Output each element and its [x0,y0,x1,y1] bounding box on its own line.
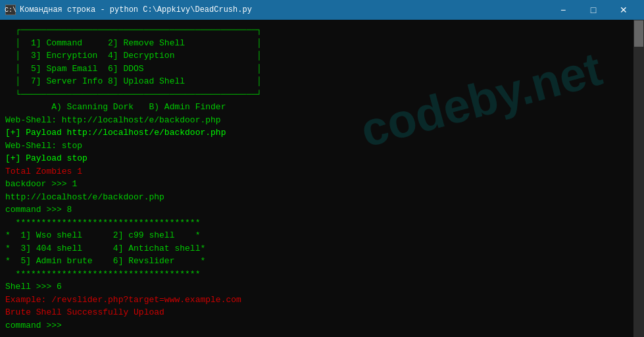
close-button[interactable]: ✕ [608,0,639,20]
terminal-line: Total Zombies 1 [5,165,639,178]
terminal-line: │ 5] Spam Email 6] DDOS │ [5,63,639,76]
terminal-content: ┌───────────────────────────────────────… [5,24,639,332]
minimize-button[interactable]: − [548,0,578,20]
terminal-line: └───────────────────────────────────────… [5,88,639,101]
terminal-line: http://localhost/e/backdoor.php [5,191,639,204]
terminal-line: │ 7] Server Info 8] Upload Shell │ [5,75,639,88]
terminal-line: ************************************ [5,268,639,281]
maximize-button[interactable]: □ [578,0,608,20]
app-icon: C:\ [5,5,16,15]
terminal: codeby.net ┌────────────────────────────… [0,20,644,337]
terminal-line: [+] Payload stop [5,152,639,165]
terminal-line: Example: /revslider.php?target=www.examp… [5,294,639,307]
terminal-line: A) Scanning Dork B) Admin Finder [5,101,639,114]
title-bar: C:\ Командная строка - python C:\Appkivy… [0,0,644,20]
terminal-line: [+] Payload http://localhost/e/backdoor.… [5,126,639,140]
terminal-line: │ 3] Encryption 4] Decryption │ [5,49,639,63]
terminal-line: * 3] 404 shell 4] Antichat shell* [5,242,639,255]
terminal-line: backdoor >>> 1 [5,178,639,191]
terminal-line: command >>> 8 [5,203,639,217]
terminal-line: Web-Shell: stop [5,140,639,153]
terminal-line: Web-Shell: http://localhost/e/backdoor.p… [5,114,639,127]
terminal-line: ┌───────────────────────────────────────… [5,24,639,37]
terminal-line: Shell >>> 6 [5,280,639,294]
title-bar-buttons: − □ ✕ [548,0,639,20]
terminal-line: command >>> [5,319,639,332]
terminal-line: ************************************ [5,217,639,230]
scrollbar-thumb[interactable] [634,20,643,47]
terminal-line: │ 1] Command 2] Remove Shell │ [5,37,639,50]
terminal-line: * 1] Wso shell 2] c99 shell * [5,229,639,242]
scrollbar[interactable] [633,20,644,337]
terminal-line: Brute Shell Successfully Upload [5,306,639,319]
title-bar-left: C:\ Командная строка - python C:\Appkivy… [5,5,252,15]
window-title: Командная строка - python C:\Appkivy\Dea… [20,5,252,14]
terminal-line: * 5] Admin brute 6] Revslider * [5,255,639,268]
window: C:\ Командная строка - python C:\Appkivy… [0,0,644,337]
